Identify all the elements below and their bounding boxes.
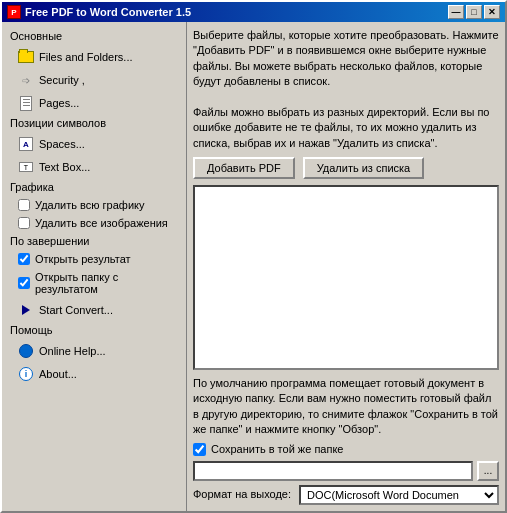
section-label-positions: Позиции символов — [6, 115, 182, 131]
open-folder-item: Открыть папку с результатом — [6, 269, 182, 297]
sidebar-item-online-help[interactable]: Online Help... — [6, 340, 182, 362]
sidebar-item-spaces[interactable]: A Spaces... — [6, 133, 182, 155]
browse-button[interactable]: ... — [477, 461, 499, 481]
sidebar-item-label-about: About... — [39, 368, 77, 380]
description-bottom: По умолчанию программа помещает готовый … — [193, 376, 499, 438]
folder-icon — [18, 49, 34, 65]
bottom-section: По умолчанию программа помещает готовый … — [193, 376, 499, 505]
close-button[interactable]: ✕ — [484, 5, 500, 19]
main-window: P Free PDF to Word Converter 1.5 — □ ✕ О… — [0, 0, 507, 513]
section-label-help: Помощь — [6, 322, 182, 338]
play-icon — [18, 302, 34, 318]
sidebar-item-files-folders[interactable]: Files and Folders... — [6, 46, 182, 68]
sidebar: Основные Files and Folders... ➩ Security… — [2, 22, 187, 511]
open-result-label[interactable]: Открыть результат — [35, 253, 131, 265]
sidebar-item-pages[interactable]: Pages... — [6, 92, 182, 114]
remove-all-images-item: Удалить все изображения — [6, 215, 182, 231]
open-result-item: Открыть результат — [6, 251, 182, 267]
description-top: Выберите файлы, которые хотите преобразо… — [193, 28, 499, 151]
textbox-icon: T — [18, 159, 34, 175]
security-icon: ➩ — [18, 72, 34, 88]
titlebar-left: P Free PDF to Word Converter 1.5 — [7, 5, 191, 19]
maximize-button[interactable]: □ — [466, 5, 482, 19]
add-pdf-button[interactable]: Добавить PDF — [193, 157, 295, 179]
save-same-folder-checkbox[interactable] — [193, 443, 206, 456]
section-label-graphics: Графика — [6, 179, 182, 195]
sidebar-item-start-convert[interactable]: Start Convert... — [6, 299, 182, 321]
sidebar-item-textbox[interactable]: T Text Box... — [6, 156, 182, 178]
save-same-folder-label[interactable]: Сохранить в той же папке — [211, 442, 343, 457]
sidebar-item-label-start-convert: Start Convert... — [39, 304, 113, 316]
remove-all-images-label[interactable]: Удалить все изображения — [35, 217, 168, 229]
right-panel: Выберите файлы, которые хотите преобразо… — [187, 22, 505, 511]
sidebar-item-about[interactable]: i About... — [6, 363, 182, 385]
info-icon: i — [18, 366, 34, 382]
titlebar-buttons: — □ ✕ — [448, 5, 500, 19]
remove-all-graphics-checkbox[interactable] — [18, 199, 30, 211]
file-list[interactable] — [193, 185, 499, 370]
section-label-osnovnye: Основные — [6, 28, 182, 44]
content-area: Основные Files and Folders... ➩ Security… — [2, 22, 505, 511]
remove-from-list-button[interactable]: Удалить из списка — [303, 157, 425, 179]
globe-icon — [18, 343, 34, 359]
app-icon: P — [7, 5, 21, 19]
spaces-icon: A — [18, 136, 34, 152]
sidebar-item-label-pages: Pages... — [39, 97, 79, 109]
remove-all-graphics-label[interactable]: Удалить всю графику — [35, 199, 144, 211]
browse-icon: ... — [484, 464, 492, 478]
titlebar: P Free PDF to Word Converter 1.5 — □ ✕ — [2, 2, 505, 22]
sidebar-item-security[interactable]: ➩ Security , — [6, 69, 182, 91]
sidebar-item-label-spaces: Spaces... — [39, 138, 85, 150]
remove-all-images-checkbox[interactable] — [18, 217, 30, 229]
sidebar-item-label-online-help: Online Help... — [39, 345, 106, 357]
save-same-folder-row: Сохранить в той же папке — [193, 442, 499, 457]
minimize-button[interactable]: — — [448, 5, 464, 19]
path-input[interactable] — [193, 461, 473, 481]
pages-icon — [18, 95, 34, 111]
open-folder-checkbox[interactable] — [18, 277, 30, 289]
action-buttons: Добавить PDF Удалить из списка — [193, 157, 499, 179]
open-result-checkbox[interactable] — [18, 253, 30, 265]
format-select[interactable]: DOC(Microsoft Word Documen — [299, 485, 499, 505]
path-row: ... — [193, 461, 499, 481]
format-row: Формат на выходе: DOC(Microsoft Word Doc… — [193, 485, 499, 505]
sidebar-item-label-security: Security , — [39, 74, 85, 86]
open-folder-label[interactable]: Открыть папку с результатом — [35, 271, 178, 295]
sidebar-item-label-textbox: Text Box... — [39, 161, 90, 173]
sidebar-item-label-files-folders: Files and Folders... — [39, 51, 133, 63]
section-label-on-finish: По завершении — [6, 233, 182, 249]
window-title: Free PDF to Word Converter 1.5 — [25, 6, 191, 18]
remove-all-graphics-item: Удалить всю графику — [6, 197, 182, 213]
format-label: Формат на выходе: — [193, 487, 291, 502]
